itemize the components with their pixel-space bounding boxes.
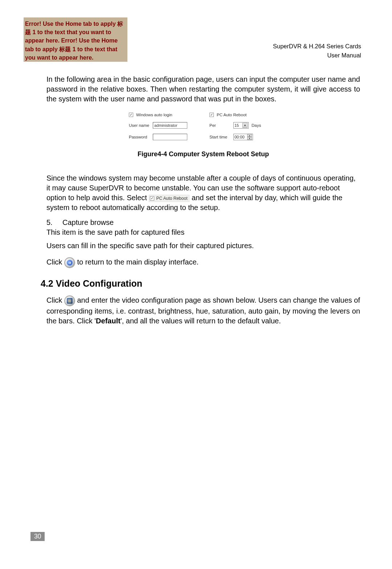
user-fill-paragraph: Users can fill in the specific save path…: [46, 241, 360, 251]
click-text-1: Click: [46, 258, 64, 266]
start-time-spinner[interactable]: 00:00 ▲ ▼: [233, 134, 253, 140]
click-text-2: to return to the main display interface.: [75, 258, 199, 266]
save-path-paragraph: This item is the save path for captured …: [46, 227, 360, 237]
start-time-label: Start time: [209, 135, 230, 139]
pc-auto-reboot-checkbox[interactable]: ✓: [209, 113, 214, 117]
days-label: Days: [252, 123, 261, 128]
dropdown-icon: ▼: [242, 123, 248, 128]
click-return-paragraph: Click to return to the main display inte…: [46, 257, 360, 268]
list-number: 5.: [46, 218, 62, 227]
windows-auto-login-label: Windows auto login: [136, 113, 172, 117]
video-config-text-1: Click: [46, 296, 64, 304]
start-time-row: Start time 00:00 ▲ ▼: [209, 134, 278, 140]
intro-paragraph: In the following area in the basic confi…: [46, 74, 360, 104]
windows-auto-login-row: ✓ Windows auto login: [129, 113, 197, 117]
username-label: User name: [129, 123, 150, 128]
pc-auto-reboot-row: ✓ PC Auto Reboot: [209, 113, 278, 117]
video-config-icon[interactable]: [64, 295, 75, 306]
per-label: Per: [209, 123, 230, 128]
list-item-5: 5.Capture browse: [46, 218, 360, 227]
figure-right-column: ✓ PC Auto Reboot Per 15 ▼ Days Start tim…: [209, 113, 278, 145]
reboot-setup-figure: ✓ Windows auto login User name administr…: [129, 111, 278, 147]
username-row: User name administrator: [129, 122, 197, 129]
per-days-select[interactable]: 15 ▼: [233, 122, 249, 129]
return-icon[interactable]: [64, 257, 75, 268]
section-heading-video-config: 4.2 Video Configuration: [41, 278, 360, 289]
header-error-text: Error! Use the Home tab to apply 标题 1 to…: [25, 20, 126, 62]
username-input[interactable]: administrator: [153, 122, 187, 129]
header-right: SuperDVR & H.264 Series Cards User Manua…: [273, 42, 361, 60]
header-product-line: SuperDVR & H.264 Series Cards: [273, 42, 361, 51]
figure-caption: Figure4-4 Computer System Reboot Setup: [129, 150, 278, 158]
pc-auto-reboot-label: PC Auto Reboot: [217, 113, 246, 117]
list-text: Capture browse: [62, 218, 114, 226]
auto-reboot-paragraph: Since the windows system may become unst…: [46, 173, 360, 213]
page-header: Error! Use the Home tab to apply 标题 1 to…: [0, 0, 392, 62]
header-manual-line: User Manual: [273, 51, 361, 60]
page-number: 30: [30, 532, 45, 541]
pc-auto-reboot-inline: ✓ PC Auto Reboot: [149, 195, 189, 202]
video-config-paragraph: Click and enter the video configuration …: [46, 295, 360, 326]
windows-auto-login-checkbox[interactable]: ✓: [129, 113, 133, 117]
figure-container: ✓ Windows auto login User name administr…: [129, 111, 278, 158]
default-bold: Default: [96, 317, 121, 325]
start-time-value: 00:00: [234, 135, 245, 139]
per-days-value: 15: [234, 123, 239, 128]
inline-checkbox-icon: ✓: [150, 196, 154, 201]
header-error-box: Error! Use the Home tab to apply 标题 1 to…: [24, 17, 127, 62]
page-content: In the following area in the basic confi…: [0, 62, 392, 326]
video-config-text-3: ', and all the values will return to the…: [121, 317, 281, 325]
password-row: Password: [129, 134, 197, 140]
inline-checkbox-label: PC Auto Reboot: [156, 195, 187, 201]
password-label: Password: [129, 135, 150, 139]
per-days-row: Per 15 ▼ Days: [209, 122, 278, 129]
figure-left-column: ✓ Windows auto login User name administr…: [129, 113, 197, 145]
spinner-up-icon[interactable]: ▲: [247, 134, 252, 137]
spinner-buttons: ▲ ▼: [247, 134, 252, 140]
spinner-down-icon[interactable]: ▼: [247, 137, 252, 140]
password-input[interactable]: [153, 134, 187, 140]
